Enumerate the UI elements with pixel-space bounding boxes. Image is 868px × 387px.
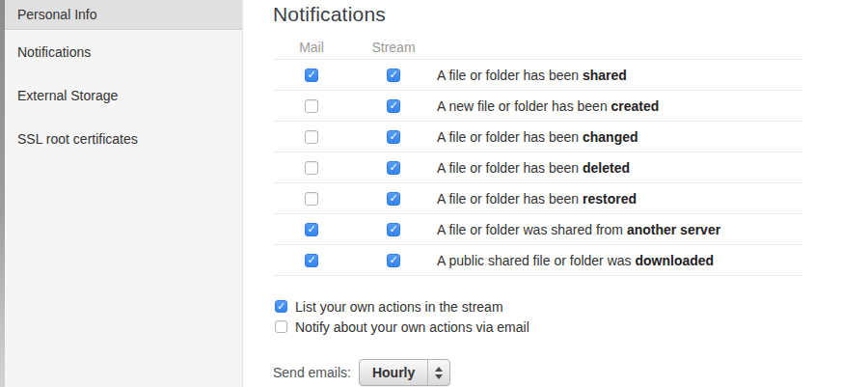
mail-checkbox[interactable] — [305, 130, 318, 144]
row-label: A file or folder has been changed — [437, 129, 803, 145]
notification-table: Mail Stream A file or folder has been sh… — [273, 35, 803, 276]
mail-checkbox[interactable] — [305, 99, 318, 113]
row-label: A file or folder was shared from another… — [437, 222, 803, 237]
row-label-bold: restored — [583, 191, 637, 207]
send-emails-selected-value: Hourly — [360, 360, 427, 385]
sidebar-item-label: Notifications — [17, 44, 91, 60]
stream-options: List your own actions in the streamNotif… — [273, 296, 868, 337]
notification-table-body: A file or folder has been sharedA new fi… — [273, 59, 803, 276]
settings-sidebar: Personal InfoNotificationsExternal Stora… — [5, 0, 243, 387]
option-row: List your own actions in the stream — [275, 296, 868, 317]
row-label: A file or folder has been shared — [437, 68, 803, 83]
mail-checkbox[interactable] — [305, 69, 318, 82]
arrow-down-icon — [435, 374, 443, 379]
option-label: Notify about your own actions via email — [295, 319, 529, 335]
arrow-up-icon — [435, 367, 443, 372]
stream-checkbox[interactable] — [387, 130, 400, 144]
table-row: A file or folder has been shared — [273, 59, 803, 90]
stream-checkbox[interactable] — [387, 223, 400, 236]
send-emails-label: Send emails: — [273, 365, 351, 380]
row-label-bold: shared — [583, 68, 627, 83]
stream-checkbox[interactable] — [387, 192, 400, 206]
send-emails-row: Send emails: Hourly — [273, 359, 868, 386]
sidebar-item-notifications[interactable]: Notifications — [5, 30, 242, 73]
sidebar-item-external-storage[interactable]: External Storage — [5, 73, 242, 117]
row-label-bold: deleted — [583, 160, 630, 176]
table-row: A file or folder has been changed — [273, 121, 803, 152]
row-label: A new file or folder has been created — [437, 98, 803, 114]
column-header-mail: Mail — [273, 40, 350, 55]
row-label-bold: created — [611, 98, 660, 114]
option-checkbox[interactable] — [275, 320, 287, 333]
stream-checkbox[interactable] — [387, 99, 400, 113]
row-label: A file or folder has been restored — [437, 191, 803, 207]
option-label: List your own actions in the stream — [295, 299, 503, 315]
mail-checkbox[interactable] — [305, 192, 318, 206]
row-label-bold: downloaded — [635, 253, 714, 268]
send-emails-select[interactable]: Hourly — [359, 359, 450, 386]
sidebar-item-ssl-root-certificates[interactable]: SSL root certificates — [5, 117, 242, 160]
stream-checkbox[interactable] — [387, 254, 400, 267]
option-checkbox[interactable] — [275, 300, 287, 313]
page-title: Notifications — [273, 3, 868, 26]
row-label-bold: another server — [627, 222, 720, 237]
notification-table-header: Mail Stream — [273, 35, 803, 59]
table-row: A file or folder has been deleted — [273, 152, 803, 182]
mail-checkbox[interactable] — [305, 223, 318, 236]
sidebar-item-label: SSL root certificates — [17, 131, 138, 147]
notifications-panel: Notifications Mail Stream A file or fold… — [244, 0, 868, 387]
mail-checkbox[interactable] — [305, 254, 318, 267]
sidebar-item-personal-info[interactable]: Personal Info — [5, 0, 242, 30]
row-label: A file or folder has been deleted — [437, 160, 803, 176]
sidebar-item-label: External Storage — [17, 88, 118, 103]
option-row: Notify about your own actions via email — [275, 317, 868, 337]
table-row: A file or folder has been restored — [273, 182, 803, 213]
sidebar-item-label: Personal Info — [17, 7, 97, 22]
column-header-stream: Stream — [350, 40, 437, 55]
row-label-bold: changed — [583, 129, 638, 145]
row-label: A public shared file or folder was downl… — [437, 253, 803, 268]
stream-checkbox[interactable] — [387, 161, 400, 175]
select-stepper-icon — [428, 360, 449, 385]
table-row: A file or folder was shared from another… — [273, 213, 803, 244]
table-row: A new file or folder has been created — [273, 90, 803, 121]
table-row: A public shared file or folder was downl… — [273, 244, 803, 275]
mail-checkbox[interactable] — [305, 161, 318, 175]
stream-checkbox[interactable] — [387, 69, 400, 82]
